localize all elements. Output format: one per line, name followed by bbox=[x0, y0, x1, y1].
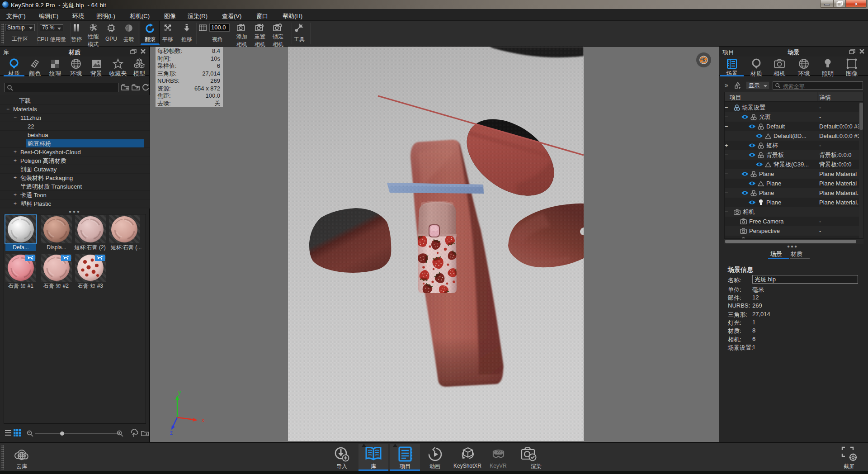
svg-text:G: G bbox=[110, 27, 113, 30]
svg-text:x: x bbox=[202, 417, 204, 423]
svg-text:y: y bbox=[178, 389, 181, 396]
svg-text:z: z bbox=[170, 430, 173, 436]
svg-text:P: P bbox=[93, 26, 95, 30]
